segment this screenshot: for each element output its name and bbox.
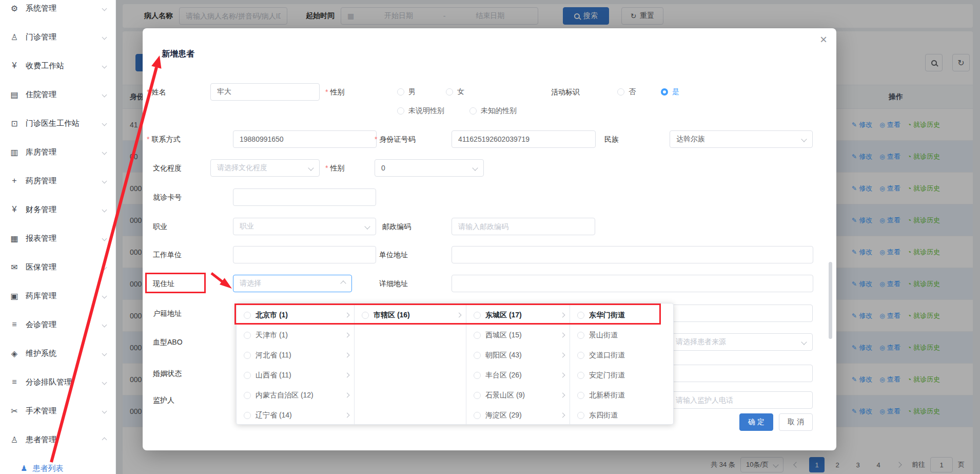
radio-checked-icon	[661, 88, 668, 96]
chevron-down-icon	[102, 264, 107, 270]
sidebar-item[interactable]: ≡ 分诊排队管理	[0, 368, 115, 396]
cascader-option[interactable]: 丰台区 (26)	[466, 365, 570, 385]
ethnicity-label: 民族	[604, 130, 619, 148]
finance-yen-icon: ¥	[9, 205, 19, 214]
current-address-label: 现住址	[153, 275, 174, 292]
ethnicity-select[interactable]: 达斡尔族	[670, 130, 813, 148]
chevron-right-icon	[345, 393, 350, 398]
sidebar-item[interactable]: ▤ 住院管理	[0, 80, 115, 109]
sidebar: ⚙ 系统管理 ♙ 门诊管理 ¥ 收费工作站 ▤ 住院管理 ⊡ 门诊医生工作站 ▥	[0, 0, 116, 474]
cascader-option[interactable]: 内蒙古自治区 (12)	[237, 385, 354, 405]
radio-circle-icon	[446, 88, 453, 96]
occupation-select[interactable]: 职业	[233, 218, 376, 235]
sidebar-menu: ⚙ 系统管理 ♙ 门诊管理 ¥ 收费工作站 ▤ 住院管理 ⊡ 门诊医生工作站 ▥	[0, 0, 115, 454]
postal-code-input[interactable]	[452, 218, 595, 235]
cascader-option[interactable]: 景山街道	[570, 325, 674, 345]
postal-code-label: 邮政编码	[382, 218, 411, 235]
chevron-down-icon	[102, 207, 107, 212]
chevron-down-icon	[102, 236, 107, 241]
household-detail-input[interactable]	[669, 305, 813, 322]
sidebar-item[interactable]: ✂ 手术管理	[0, 396, 115, 425]
marital-extra-input[interactable]	[669, 365, 813, 382]
cascader-option[interactable]: 安定门街道	[570, 365, 674, 385]
gender-radio-unstated[interactable]: 未说明性别	[397, 102, 444, 120]
address-cascader-panel: 北京市 (1) 天津市 (1) 河北省 (11) 山西省 (11) 内蒙古自治区…	[236, 303, 674, 425]
sidebar-item[interactable]: ♙ 门诊管理	[0, 23, 115, 51]
radio-circle-icon	[474, 332, 481, 339]
chevron-down-icon	[102, 92, 107, 97]
sidebar-item[interactable]: ¥ 收费工作站	[0, 51, 115, 80]
cascader-option[interactable]: 市辖区 (16)	[355, 305, 466, 325]
radio-circle-icon	[474, 352, 481, 359]
marital-status-label: 婚姻状态	[153, 365, 182, 382]
cascader-option[interactable]: 河北省 (11)	[237, 345, 354, 365]
chevron-right-icon	[560, 313, 565, 318]
cancel-button[interactable]: 取 消	[779, 413, 813, 431]
sidebar-item[interactable]: ≡ 会诊管理	[0, 310, 115, 339]
work-unit-input[interactable]	[233, 246, 376, 263]
sidebar-item[interactable]: ¥ 财务管理	[0, 195, 115, 224]
sidebar-item[interactable]: ▣ 药库管理	[0, 281, 115, 310]
cascader-option[interactable]: 东华门街道	[570, 305, 674, 325]
cascader-option[interactable]: 天津市 (1)	[237, 325, 354, 345]
gender2-label: *性别	[325, 159, 344, 177]
cascader-option[interactable]: 北京市 (1)	[237, 305, 354, 325]
chevron-right-icon	[560, 373, 565, 378]
radio-circle-icon	[362, 312, 369, 319]
id-number-input[interactable]	[452, 130, 596, 148]
radio-circle-icon	[474, 392, 481, 399]
chevron-down-icon	[102, 351, 107, 356]
sidebar-item[interactable]: ⊡ 门诊医生工作站	[0, 109, 115, 138]
chevron-down-icon	[102, 34, 107, 40]
patient-source-select[interactable]: 请选择患者来源	[669, 333, 813, 351]
current-address-select[interactable]: 请选择	[233, 275, 352, 292]
gender-radio-female[interactable]: 女	[446, 83, 464, 101]
cascader-option[interactable]: 辽宁省 (14)	[237, 405, 354, 424]
surgery-scissors-icon: ✂	[9, 406, 19, 416]
guardian-phone-input[interactable]	[669, 391, 813, 409]
education-select[interactable]: 请选择文化程度	[210, 159, 320, 177]
gender-radio-unknown[interactable]: 未知的性别	[469, 102, 517, 120]
cascader-option[interactable]: 交道口街道	[570, 345, 674, 365]
sidebar-item[interactable]: ▦ 报表管理	[0, 224, 115, 253]
radio-circle-icon	[397, 107, 404, 115]
sidebar-item[interactable]: ♙ 患者管理	[0, 425, 115, 454]
cascader-option[interactable]: 东城区 (17)	[466, 305, 570, 325]
work-unit-label: 工作单位	[153, 246, 182, 263]
name-label: *姓名	[147, 83, 166, 101]
chevron-down-icon	[102, 121, 107, 126]
modal-scrollbar-thumb[interactable]	[829, 262, 832, 339]
active-flag-radio-no[interactable]: 否	[617, 83, 636, 101]
sidebar-item[interactable]: ⚙ 系统管理	[0, 0, 115, 23]
chevron-right-icon	[345, 333, 350, 338]
confirm-button[interactable]: 确 定	[739, 413, 773, 431]
drugstore-box-icon: ▣	[9, 291, 19, 301]
sidebar-item[interactable]: ✉ 医保管理	[0, 253, 115, 281]
cascader-option-label: 丰台区 (26)	[485, 371, 556, 380]
detail-address-label: 详细地址	[379, 275, 408, 292]
cascader-option[interactable]: 石景山区 (9)	[466, 385, 570, 405]
sidebar-item[interactable]: + 药房管理	[0, 166, 115, 195]
cascader-option[interactable]: 山西省 (11)	[237, 365, 354, 385]
radio-circle-icon	[577, 392, 584, 399]
gender2-select[interactable]: 0	[375, 159, 484, 177]
radio-circle-icon	[577, 352, 584, 359]
cascader-option[interactable]: 西城区 (15)	[466, 325, 570, 345]
card-no-input[interactable]	[233, 188, 376, 206]
detail-address-input[interactable]	[452, 275, 813, 292]
cascader-option[interactable]: 朝阳区 (43)	[466, 345, 570, 365]
maintenance-grid-icon: ◈	[9, 349, 19, 358]
cascader-option[interactable]: 北新桥街道	[570, 385, 674, 405]
sidebar-item[interactable]: ▥ 库房管理	[0, 138, 115, 166]
sidebar-item[interactable]: ◈ 维护系统	[0, 339, 115, 368]
unit-address-input[interactable]	[452, 246, 813, 263]
cascader-option[interactable]: 东四街道	[570, 405, 674, 424]
close-icon[interactable]: ×	[820, 33, 827, 46]
cascader-option[interactable]: 海淀区 (29)	[466, 405, 570, 424]
name-input[interactable]	[210, 83, 320, 101]
active-flag-radio-yes[interactable]: 是	[661, 83, 679, 101]
chevron-up-icon	[340, 280, 346, 286]
gender-radio-male[interactable]: 男	[397, 83, 416, 101]
contact-input[interactable]	[233, 130, 377, 148]
sidebar-item-patient-list[interactable]: ♟ 患者列表	[0, 454, 115, 474]
